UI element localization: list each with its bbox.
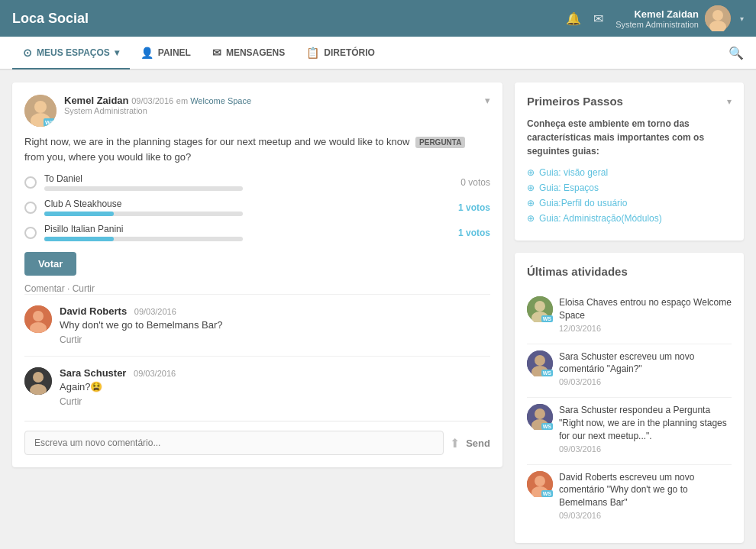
activity-ws-badge-1: WS <box>541 370 553 376</box>
guide-link-3[interactable]: ⊕ Guia: Administração(Módulos) <box>527 213 732 224</box>
comentar-link[interactable]: Comentar <box>24 283 65 294</box>
post-timestamp: 09/03/2016 <box>131 96 173 105</box>
activity-avatar-2: WS <box>527 404 553 430</box>
post-author-line: Kemel Zaidan 09/03/2016 em Welcome Space <box>64 95 251 106</box>
activity-avatar-1: WS <box>527 350 553 376</box>
primeiros-passos-title: Primeiros Passos <box>527 95 623 108</box>
curtir-link[interactable]: Curtir <box>73 283 95 294</box>
comment-sara: Sara Schuster 09/03/2016 Again?😫 Curtir <box>24 356 490 418</box>
primeiros-desc: Conheça este ambiente em torno das carac… <box>527 117 732 158</box>
comment-text-sara: Again?😫 <box>60 381 490 392</box>
comment-like-sara[interactable]: Curtir <box>60 396 82 407</box>
activity-time-1: 09/03/2016 <box>559 377 732 386</box>
comment-like-david[interactable]: Curtir <box>60 334 82 345</box>
sub-nav-items: ⊙ MEUS ESPAÇOS ▾ 👤 PAINEL ✉ MENSAGENS 📋 … <box>12 37 386 69</box>
activity-ws-badge-3: WS <box>541 490 553 497</box>
poll-option-inner-2: Pisillo Italian Panini <box>44 224 444 241</box>
painel-icon: 👤 <box>141 47 153 59</box>
send-button[interactable]: Send <box>466 438 490 449</box>
activity-divider-2 <box>527 464 732 465</box>
post-body-text2: from you, where you would like to go? <box>24 151 191 163</box>
nav-item-painel-label: PAINEL <box>158 47 191 58</box>
nav-item-painel[interactable]: 👤 PAINEL <box>130 37 202 69</box>
poll-option-inner-0: To Daniel <box>44 173 453 191</box>
main-content: WS Kemel Zaidan 09/03/2016 em Welcome Sp… <box>12 82 502 549</box>
ultimas-card: Últimas atividades WS Eloisa Chaves entr… <box>515 253 744 543</box>
post-space: Welcome Space <box>190 96 251 105</box>
pergunta-badge: PERGUNTA <box>415 137 465 148</box>
activity-body-3: David Roberts escreveu um novo comentári… <box>559 471 732 520</box>
poll-option-2: Pisillo Italian Panini 1 votos <box>24 224 490 241</box>
activity-text-0: Eloisa Chaves entrou no espaço Welcome S… <box>559 296 732 322</box>
activity-time-2: 09/03/2016 <box>559 444 732 454</box>
new-comment-area: ⬆ Send <box>24 421 490 455</box>
post-meta: Kemel Zaidan 09/03/2016 em Welcome Space… <box>64 95 251 115</box>
guide-label-0: Guia: visão geral <box>539 167 608 178</box>
meus-espacos-icon: ⊙ <box>23 47 32 59</box>
main-layout: WS Kemel Zaidan 09/03/2016 em Welcome Sp… <box>0 70 756 549</box>
vote-button[interactable]: Votar <box>24 252 76 276</box>
search-icon[interactable]: 🔍 <box>729 46 744 60</box>
post-body-text1: Right now, we are in the planning stages… <box>24 136 409 147</box>
poll-option-label-1: Club A Steakhouse <box>44 199 444 209</box>
svg-point-13 <box>535 301 545 312</box>
comment-time-david: 09/03/2016 <box>134 307 176 316</box>
primeiros-passos-header: Primeiros Passos ▾ <box>527 95 732 108</box>
activity-divider-1 <box>527 397 732 398</box>
activity-item-2: WS Sara Schuster respondeu a Pergunta "R… <box>527 404 732 453</box>
poll-bar-fill-2 <box>44 237 114 241</box>
ultimas-title-bold: Últimas <box>527 265 568 278</box>
guide-link-0[interactable]: ⊕ Guia: visão geral <box>527 167 732 178</box>
ultimas-title-normal: atividades <box>571 265 627 278</box>
activity-time-0: 12/03/2016 <box>559 324 732 333</box>
poll-votes-2: 1 votos <box>458 228 490 238</box>
ultimas-title: Últimas atividades <box>527 265 628 278</box>
post-header-left: WS Kemel Zaidan 09/03/2016 em Welcome Sp… <box>24 95 251 127</box>
guide-link-1[interactable]: ⊕ Guia: Espaços <box>527 182 732 193</box>
nav-item-diretorio-label: DIRETÓRIO <box>324 47 375 58</box>
post-card: WS Kemel Zaidan 09/03/2016 em Welcome Sp… <box>12 82 502 467</box>
post-actions: Comentar · Curtir <box>24 283 490 294</box>
new-comment-input[interactable] <box>24 431 444 455</box>
svg-point-16 <box>535 355 545 366</box>
activity-item-3: WS David Roberts escreveu um novo coment… <box>527 471 732 520</box>
primeiros-passos-collapse-icon[interactable]: ▾ <box>727 96 732 107</box>
activity-body-1: Sara Schuster escreveu um novo comentári… <box>559 350 732 387</box>
poll-bar-bg-0 <box>44 186 243 191</box>
user-info[interactable]: Kemel Zaidan System Administration ▾ <box>615 5 744 31</box>
radio-option-1[interactable] <box>24 202 37 214</box>
poll-votes-0: 0 votos <box>460 177 490 188</box>
radio-option-0[interactable] <box>24 176 37 189</box>
poll-bar-fill-1 <box>44 212 114 216</box>
sub-nav: ⊙ MEUS ESPAÇOS ▾ 👤 PAINEL ✉ MENSAGENS 📋 … <box>0 37 756 70</box>
top-nav: Loca Social 🔔 ✉ Kemel Zaidan System Admi… <box>0 0 756 37</box>
ws-badge: WS <box>44 118 57 127</box>
brand-name: Loca Social <box>12 11 566 27</box>
svg-point-1 <box>712 10 723 21</box>
nav-item-meus-espacos[interactable]: ⊙ MEUS ESPAÇOS ▾ <box>12 37 130 69</box>
svg-point-7 <box>33 311 44 321</box>
activity-item-1: WS Sara Schuster escreveu um novo coment… <box>527 350 732 387</box>
activity-ws-badge-2: WS <box>541 423 553 430</box>
post-collapse-icon[interactable]: ▾ <box>485 95 490 106</box>
guide-circle-icon-3: ⊕ <box>527 213 535 224</box>
user-avatar <box>705 5 731 31</box>
mail-icon[interactable]: ✉ <box>593 11 603 26</box>
activity-body-0: Eloisa Chaves entrou no espaço Welcome S… <box>559 296 732 333</box>
svg-point-22 <box>535 476 545 486</box>
poll-option-label-0: To Daniel <box>44 173 453 184</box>
attachment-icon[interactable]: ⬆ <box>450 436 460 451</box>
comment-author-david: David Roberts <box>60 305 127 317</box>
activity-divider-0 <box>527 344 732 344</box>
guide-circle-icon-1: ⊕ <box>527 182 535 193</box>
guide-link-2[interactable]: ⊕ Guia:Perfil do usuário <box>527 198 732 208</box>
radio-option-2[interactable] <box>24 227 37 239</box>
nav-item-mensagens[interactable]: ✉ MENSAGENS <box>202 37 296 69</box>
comment-author-sara: Sara Schuster <box>60 367 126 379</box>
poll-bar-bg-2 <box>44 237 243 241</box>
poll-option-inner-1: Club A Steakhouse <box>44 199 444 216</box>
nav-item-diretorio[interactable]: 📋 DIRETÓRIO <box>296 37 386 69</box>
comment-avatar-sara <box>24 367 52 395</box>
top-nav-icons: 🔔 ✉ <box>566 11 603 26</box>
bell-icon[interactable]: 🔔 <box>566 11 581 26</box>
